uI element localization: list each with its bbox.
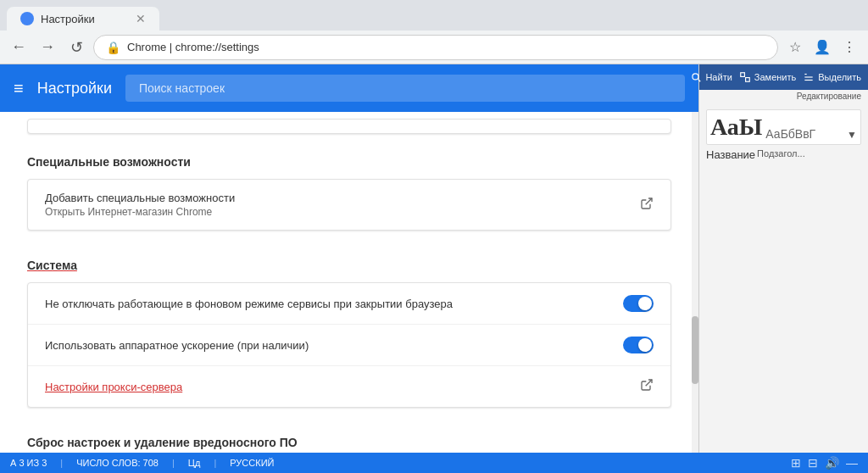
- find-button[interactable]: Найти: [690, 71, 732, 83]
- status-word-count: ЧИСЛО СЛОВ: 708: [76, 458, 159, 468]
- status-language: РУССКИЙ: [230, 458, 274, 468]
- system-item-hardware[interactable]: Использовать аппаратное ускорение (при н…: [28, 325, 670, 366]
- tab-favicon: [20, 12, 34, 25]
- address-security-icon: 🔒: [106, 41, 120, 54]
- font-preview-large: АаЫ: [710, 114, 762, 141]
- bookmark-button[interactable]: ☆: [783, 36, 807, 59]
- accessibility-section-title: Специальные возможности: [27, 155, 191, 169]
- svg-line-0: [646, 198, 652, 204]
- active-tab[interactable]: Настройки ✕: [7, 7, 159, 31]
- svg-rect-3: [745, 78, 749, 82]
- svg-rect-2: [741, 73, 745, 77]
- browser-chrome: Настройки ✕ ← → ↺ 🔒 Chrome | chrome://se…: [0, 0, 868, 64]
- hardware-item-text: Использовать аппаратное ускорение (при н…: [45, 339, 623, 352]
- font-preview-small: АаБбВвГ: [765, 127, 815, 141]
- status-sep3: |: [214, 458, 216, 468]
- status-icon-2[interactable]: ⊟: [808, 456, 818, 470]
- address-bar[interactable]: 🔒 Chrome | chrome://settings: [93, 35, 778, 60]
- background-item-title: Не отключать работающие в фоновом режиме…: [45, 298, 623, 310]
- style-label-1: Название: [706, 148, 755, 161]
- system-section-title: Система: [27, 259, 77, 272]
- reset-section: Сброс настроек и удаление вредоносного П…: [0, 435, 698, 453]
- select-button[interactable]: Выделить: [803, 71, 861, 83]
- style-sample-1: Название: [706, 148, 755, 161]
- scrollbar-track[interactable]: [692, 112, 698, 453]
- forward-button[interactable]: →: [36, 36, 59, 59]
- system-item-background[interactable]: Не отключать работающие в фоновом режиме…: [28, 283, 670, 325]
- refresh-button[interactable]: ↺: [64, 36, 88, 59]
- accessibility-card: Добавить специальные возможности Открыть…: [27, 179, 671, 231]
- svg-line-1: [646, 380, 652, 386]
- background-toggle[interactable]: [623, 295, 654, 312]
- word-content: АаЫ АаБбВвГ ▼ Название Подзагол...: [699, 103, 868, 168]
- status-bar: А 3 ИЗ 3 | ЧИСЛО СЛОВ: 708 | Цд | РУССКИ…: [0, 453, 868, 473]
- menu-button[interactable]: ⋮: [837, 36, 861, 59]
- background-item-text: Не отключать работающие в фоновом режиме…: [45, 298, 623, 310]
- scrollbar-thumb[interactable]: [692, 316, 698, 384]
- reset-section-title: Сброс настроек и удаление вредоносного П…: [27, 436, 298, 449]
- hamburger-menu-icon[interactable]: ≡: [14, 79, 24, 98]
- hardware-toggle-knob: [638, 338, 652, 352]
- replace-button[interactable]: Заменить: [739, 71, 796, 83]
- proxy-link[interactable]: Настройки прокси-сервера: [45, 381, 182, 393]
- status-icon-3[interactable]: 🔊: [825, 456, 839, 470]
- status-icons: ⊞ ⊟ 🔊 —: [791, 456, 858, 470]
- nav-bar: ← → ↺ 🔒 Chrome | chrome://settings ☆ 👤 ⋮: [0, 31, 868, 64]
- accessibility-item-text: Добавить специальные возможности Открыть…: [45, 192, 640, 218]
- word-panel: Найти Заменить Выделить Редактирование А…: [698, 64, 868, 453]
- settings-search-input[interactable]: [125, 75, 685, 102]
- status-sep2: |: [172, 458, 175, 468]
- account-button[interactable]: 👤: [810, 36, 834, 59]
- style-label-2: Подзагол...: [757, 148, 805, 161]
- hardware-toggle[interactable]: [623, 337, 654, 353]
- font-dropdown-arrow[interactable]: ▼: [847, 129, 857, 141]
- word-ribbon: Найти Заменить Выделить: [699, 64, 868, 90]
- accessibility-item-store[interactable]: Добавить специальные возможности Открыть…: [28, 180, 670, 230]
- settings-panel: ≡ Настройки Специальные возможности Доба…: [0, 64, 698, 453]
- accessibility-item-subtitle: Открыть Интернет-магазин Chrome: [45, 206, 640, 218]
- settings-title: Настройки: [37, 80, 112, 97]
- tab-bar: Настройки ✕: [0, 0, 868, 31]
- word-styles-row: Название Подзагол...: [706, 148, 861, 161]
- settings-header: ≡ Настройки: [0, 64, 698, 112]
- settings-content: Специальные возможности Добавить специал…: [0, 112, 698, 453]
- hardware-item-title: Использовать аппаратное ускорение (при н…: [45, 339, 623, 352]
- edit-label: Редактирование: [699, 90, 868, 103]
- background-toggle-knob: [638, 297, 652, 310]
- tab-title: Настройки: [41, 13, 95, 25]
- system-item-proxy[interactable]: Настройки прокси-сервера: [28, 366, 670, 407]
- accessibility-item-title: Добавить специальные возможности: [45, 192, 640, 204]
- status-icon-4[interactable]: —: [846, 456, 858, 470]
- proxy-external-link-icon: [640, 378, 654, 395]
- status-sep1: |: [60, 458, 63, 468]
- settings-scroll: Специальные возможности Добавить специал…: [0, 112, 698, 453]
- external-link-icon: [640, 197, 654, 214]
- font-preview: АаЫ АаБбВвГ ▼: [706, 109, 861, 145]
- status-page-info: А 3 ИЗ 3: [10, 458, 47, 468]
- proxy-item-title: Настройки прокси-сервера: [45, 381, 640, 393]
- back-button[interactable]: ←: [7, 36, 31, 59]
- address-url: Chrome | chrome://settings: [127, 41, 259, 53]
- nav-icons: ☆ 👤 ⋮: [783, 36, 861, 59]
- status-page-num: Цд: [188, 458, 201, 468]
- partial-top-card: [27, 119, 671, 134]
- tab-close-button[interactable]: ✕: [136, 12, 146, 25]
- accessibility-section: Специальные возможности Добавить специал…: [0, 141, 698, 258]
- style-sample-2: Подзагол...: [757, 148, 805, 159]
- proxy-item-text: Настройки прокси-сервера: [45, 381, 640, 393]
- status-icon-1[interactable]: ⊞: [791, 456, 801, 470]
- system-card: Не отключать работающие в фоновом режиме…: [27, 282, 671, 408]
- main-area: ≡ Настройки Специальные возможности Доба…: [0, 64, 868, 453]
- system-section: Система Не отключать работающие в фоново…: [0, 258, 698, 435]
